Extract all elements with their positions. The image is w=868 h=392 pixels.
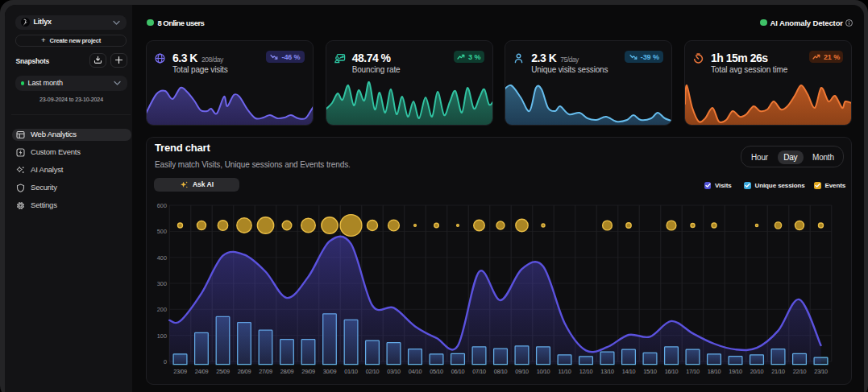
svg-text:500: 500 [157, 228, 167, 235]
svg-text:22/10: 22/10 [793, 368, 807, 375]
svg-text:16/10: 16/10 [665, 368, 679, 375]
svg-text:24/09: 24/09 [195, 368, 209, 375]
svg-text:08/10: 08/10 [494, 368, 508, 375]
svg-text:10/10: 10/10 [537, 368, 550, 375]
svg-text:100: 100 [157, 332, 167, 340]
svg-text:06/10: 06/10 [451, 368, 465, 375]
svg-text:23/09: 23/09 [173, 368, 187, 375]
svg-text:11/10: 11/10 [559, 368, 571, 375]
svg-text:28/09: 28/09 [280, 368, 294, 375]
svg-text:600: 600 [157, 202, 167, 209]
svg-text:27/09: 27/09 [259, 368, 272, 375]
svg-text:0: 0 [164, 358, 167, 365]
svg-text:300: 300 [157, 280, 167, 287]
svg-text:400: 400 [157, 254, 167, 262]
svg-text:26/09: 26/09 [238, 368, 251, 375]
svg-text:21/10: 21/10 [771, 368, 785, 375]
svg-text:23/10: 23/10 [814, 368, 828, 375]
svg-text:20/10: 20/10 [750, 368, 764, 375]
svg-text:01/10: 01/10 [344, 368, 358, 375]
svg-text:04/10: 04/10 [409, 368, 422, 375]
svg-text:29/09: 29/09 [301, 368, 315, 375]
svg-text:200: 200 [157, 306, 167, 313]
svg-text:07/10: 07/10 [472, 368, 486, 375]
svg-text:13/10: 13/10 [600, 368, 614, 375]
svg-text:05/10: 05/10 [430, 368, 443, 375]
svg-text:14/10: 14/10 [622, 368, 636, 375]
svg-text:19/10: 19/10 [729, 368, 742, 375]
svg-text:30/09: 30/09 [323, 368, 337, 375]
svg-text:02/10: 02/10 [366, 368, 380, 375]
svg-text:03/10: 03/10 [387, 368, 401, 375]
svg-text:12/10: 12/10 [579, 368, 593, 375]
svg-text:15/10: 15/10 [643, 368, 657, 375]
svg-text:09/10: 09/10 [515, 368, 529, 375]
svg-text:18/10: 18/10 [708, 368, 721, 375]
svg-text:17/10: 17/10 [686, 368, 700, 375]
svg-text:25/09: 25/09 [216, 368, 230, 375]
